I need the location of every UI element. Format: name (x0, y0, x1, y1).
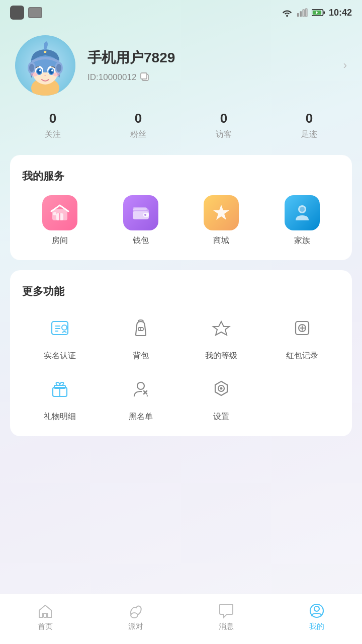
family-icon (292, 202, 313, 223)
stats-row: 0 关注 0 粉丝 0 访客 0 足迹 (0, 106, 362, 155)
nav-mine[interactable]: 我的 (308, 602, 325, 631)
svg-point-28 (53, 72, 60, 76)
svg-rect-3 (303, 10, 305, 17)
level-label: 我的等级 (205, 351, 237, 361)
home-nav-icon (37, 602, 54, 619)
party-nav-label: 派对 (128, 622, 143, 631)
stat-footprint[interactable]: 0 足迹 (301, 111, 317, 140)
nav-message[interactable]: 消息 (218, 602, 235, 631)
backpack-icon-wrap (123, 310, 158, 346)
redpacket-label: 红包记录 (286, 351, 318, 361)
status-time: 10:42 (329, 8, 352, 18)
svg-point-67 (314, 606, 319, 611)
status-bar: 10:42 (0, 0, 362, 25)
svg-point-48 (62, 325, 67, 330)
blacklist-icon (130, 378, 151, 399)
features-card: 更多功能 实名认证 (10, 270, 352, 436)
username: 手机用户7829 (87, 48, 347, 67)
home-nav-label: 首页 (38, 622, 53, 631)
svg-rect-40 (133, 207, 147, 210)
status-right-icons: 10:42 (282, 8, 352, 18)
services-title: 我的服务 (22, 169, 340, 183)
wallet-icon-wrap (123, 195, 158, 230)
level-icon (211, 317, 232, 339)
mine-nav-icon (308, 602, 325, 619)
feature-level[interactable]: 我的等级 (184, 310, 259, 361)
redpacket-icon-wrap (285, 310, 320, 346)
user-id: ID:10000012 (87, 72, 347, 83)
stat-fans[interactable]: 0 粉丝 (130, 111, 146, 140)
features-row1: 实名认证 背包 我的等级 (22, 310, 340, 361)
service-room[interactable]: 房间 (22, 195, 98, 246)
features-title: 更多功能 (22, 284, 340, 298)
shop-label: 商城 (213, 235, 229, 246)
svg-rect-64 (44, 613, 47, 617)
battery-icon (312, 9, 325, 16)
giftdetail-icon-wrap (42, 371, 77, 407)
mine-nav-label: 我的 (309, 622, 324, 631)
room-label: 房间 (52, 235, 68, 246)
backpack-icon (130, 317, 151, 339)
svg-rect-6 (323, 11, 325, 14)
feature-redpacket[interactable]: 红包记录 (264, 310, 340, 361)
realname-icon (49, 317, 70, 339)
giftdetail-label: 礼物明细 (44, 412, 76, 422)
feature-empty (264, 371, 340, 422)
realname-label: 实名认证 (44, 351, 76, 361)
backpack-label: 背包 (133, 351, 149, 361)
svg-marker-41 (213, 205, 229, 220)
shop-icon (211, 202, 232, 223)
svg-point-26 (51, 69, 53, 71)
message-nav-label: 消息 (219, 622, 234, 631)
service-wallet[interactable]: 钱包 (103, 195, 179, 246)
svg-point-0 (286, 15, 288, 17)
profile-chevron[interactable]: › (343, 59, 347, 72)
feature-blacklist[interactable]: 黑名单 (103, 371, 179, 422)
svg-point-58 (137, 382, 144, 389)
feature-giftdetail[interactable]: 礼物明细 (22, 371, 98, 422)
svg-point-18 (56, 64, 61, 72)
app-icon-2 (28, 7, 42, 18)
service-shop[interactable]: 商城 (184, 195, 259, 246)
stat-visitors[interactable]: 0 访客 (216, 111, 232, 140)
room-icon (49, 202, 70, 223)
services-grid: 房间 钱包 商城 (22, 195, 340, 246)
nav-party[interactable]: 派对 (127, 602, 144, 631)
settings-label: 设置 (213, 412, 229, 422)
feature-realname[interactable]: 实名认证 (22, 310, 98, 361)
giftdetail-icon (49, 378, 70, 399)
services-card: 我的服务 房间 (10, 155, 352, 260)
wallet-label: 钱包 (133, 235, 149, 246)
avatar[interactable] (15, 35, 75, 96)
svg-point-43 (300, 207, 305, 212)
level-icon-wrap (204, 310, 239, 346)
feature-backpack[interactable]: 背包 (103, 310, 179, 361)
app-icon-1 (10, 6, 24, 20)
svg-point-29 (44, 75, 46, 76)
blacklist-label: 黑名单 (129, 412, 153, 422)
blacklist-icon-wrap (123, 371, 158, 407)
family-label: 家族 (294, 235, 310, 246)
wallet-icon (130, 202, 151, 223)
service-family[interactable]: 家族 (264, 195, 340, 246)
svg-rect-4 (305, 9, 307, 17)
message-nav-icon (218, 602, 235, 619)
svg-point-16 (29, 64, 34, 72)
profile-info: 手机用户7829 ID:10000012 (87, 48, 347, 83)
room-icon-wrap (42, 195, 77, 230)
feature-settings[interactable]: 设置 (184, 371, 259, 422)
svg-rect-35 (53, 212, 56, 215)
svg-rect-1 (297, 13, 299, 17)
svg-point-27 (31, 72, 38, 76)
svg-point-63 (220, 387, 223, 390)
settings-icon-wrap (204, 371, 239, 407)
redpacket-icon (292, 317, 313, 339)
features-row2: 礼物明细 黑名单 (22, 371, 340, 422)
status-left-icons (10, 6, 42, 20)
nav-home[interactable]: 首页 (37, 602, 54, 631)
profile-section: 手机用户7829 ID:10000012 › (0, 25, 362, 106)
realname-icon-wrap (42, 310, 77, 346)
copy-icon[interactable] (140, 72, 150, 83)
stat-following[interactable]: 0 关注 (45, 111, 61, 140)
bottom-nav: 首页 派对 消息 我的 (0, 594, 362, 644)
